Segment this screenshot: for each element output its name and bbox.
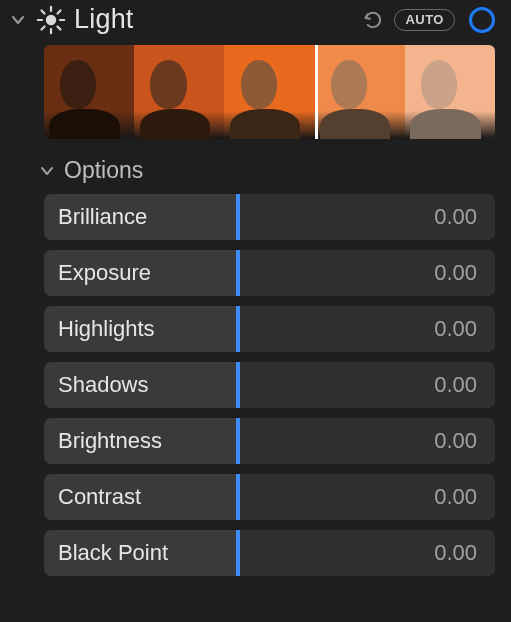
svg-line-6 [58,26,61,29]
slider-value: 0.00 [434,372,477,398]
brilliance-slider[interactable]: Brilliance0.00 [44,194,495,240]
shadows-slider[interactable]: Shadows0.00 [44,362,495,408]
preview-frame [134,45,224,139]
undo-icon [362,9,384,31]
slider-thumb[interactable] [236,306,240,352]
slider-thumb[interactable] [236,418,240,464]
slider-label: Shadows [44,372,149,398]
preview-frame [315,45,405,139]
preview-frame [224,45,314,139]
light-sliders-group: Brilliance0.00Exposure0.00Highlights0.00… [0,192,511,576]
chevron-down-icon [11,13,25,27]
options-disclosure-toggle[interactable]: Options [0,139,511,192]
preview-frame [44,45,134,139]
slider-value: 0.00 [434,204,477,230]
svg-line-5 [42,10,45,13]
svg-line-7 [58,10,61,13]
slider-thumb[interactable] [236,250,240,296]
reset-light-button[interactable] [360,7,386,33]
light-adjust-panel: Light AUTO Options Brilliance0.00Exposur… [0,0,511,576]
light-section-title: Light [74,4,134,35]
slider-label: Highlights [44,316,155,342]
slider-value: 0.00 [434,428,477,454]
light-disclosure-toggle[interactable] [8,6,28,34]
slider-thumb[interactable] [236,530,240,576]
chevron-down-icon [40,164,54,178]
highlights-slider[interactable]: Highlights0.00 [44,306,495,352]
slider-thumb[interactable] [236,474,240,520]
slider-label: Black Point [44,540,168,566]
slider-label: Brightness [44,428,162,454]
svg-point-0 [46,14,56,24]
auto-light-button[interactable]: AUTO [394,9,455,31]
slider-label: Contrast [44,484,141,510]
preview-strip-cursor[interactable] [315,45,318,139]
slider-value: 0.00 [434,316,477,342]
slider-thumb[interactable] [236,362,240,408]
black-point-slider[interactable]: Black Point0.00 [44,530,495,576]
light-section-header: Light AUTO [0,4,511,41]
preview-frame [405,45,495,139]
options-label: Options [64,157,143,184]
slider-value: 0.00 [434,540,477,566]
slider-value: 0.00 [434,260,477,286]
sun-icon [36,5,66,35]
exposure-slider[interactable]: Exposure0.00 [44,250,495,296]
brightness-slider[interactable]: Brightness0.00 [44,418,495,464]
slider-label: Exposure [44,260,151,286]
light-preview-strip[interactable] [44,45,495,139]
slider-value: 0.00 [434,484,477,510]
svg-line-8 [42,26,45,29]
slider-label: Brilliance [44,204,147,230]
contrast-slider[interactable]: Contrast0.00 [44,474,495,520]
slider-thumb[interactable] [236,194,240,240]
light-active-indicator[interactable] [469,7,495,33]
